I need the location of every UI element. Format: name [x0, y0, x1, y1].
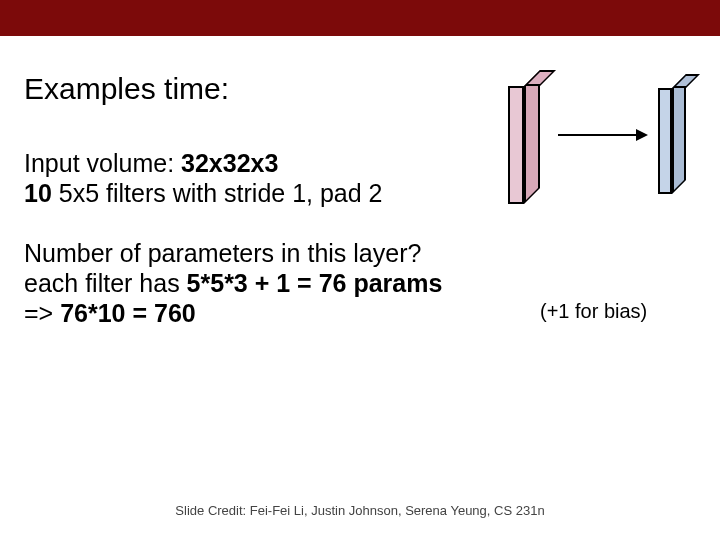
ans1b: 5*5*3 + 1 = 76 params — [187, 269, 443, 297]
ans2b: 76*10 = — [60, 299, 154, 327]
slide-credit: Slide Credit: Fei-Fei Li, Justin Johnson… — [0, 503, 720, 518]
filter-count: 10 — [24, 179, 52, 207]
arrow-icon — [558, 134, 646, 136]
filter-desc: 5x5 filters with stride 1, pad 2 — [52, 179, 383, 207]
bias-note: (+1 for bias) — [540, 300, 647, 323]
header-bar — [0, 0, 720, 36]
input-slab-side — [524, 70, 540, 204]
input-slab-top — [524, 70, 556, 86]
ans2c: 760 — [154, 299, 196, 327]
output-slab-front — [658, 88, 672, 194]
conv-diagram — [500, 70, 710, 230]
input-dims: 32x32x3 — [181, 149, 278, 177]
input-prefix: Input volume: — [24, 149, 181, 177]
output-slab-top — [672, 74, 700, 88]
output-slab-side — [672, 74, 686, 194]
input-slab-front — [508, 86, 524, 204]
ans1a: each filter has — [24, 269, 187, 297]
question-line: Number of parameters in this layer? — [24, 238, 696, 268]
ans2a: => — [24, 299, 60, 327]
